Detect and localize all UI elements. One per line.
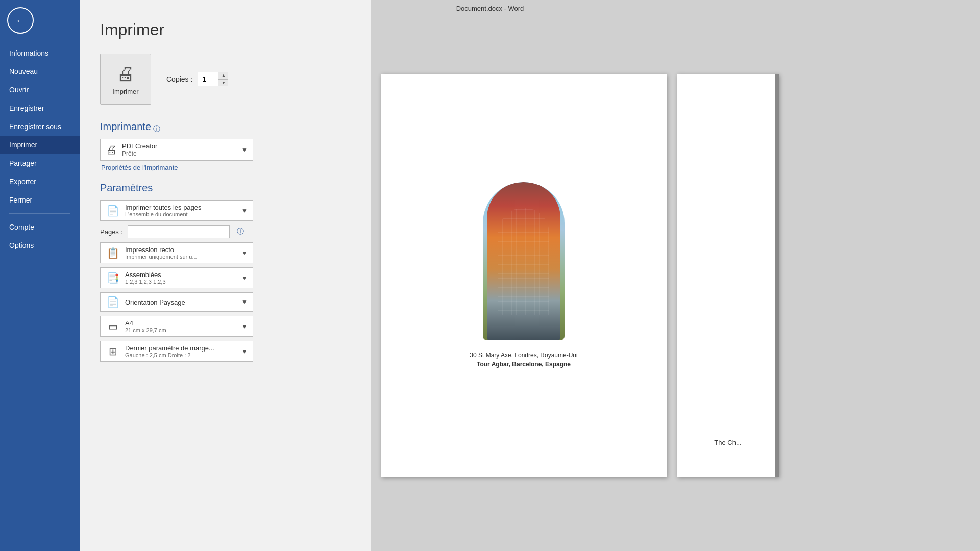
sidebar-item-partager[interactable]: Partager [0,154,80,172]
sidebar-item-ouvrir[interactable]: Ouvrir [0,81,80,99]
caption-line-1: 30 St Mary Axe, Londres, Royaume-Uni [470,350,577,360]
pages-label: Pages : [100,228,122,236]
sidebar-nav: InformationsNouveauOuvrirEnregistrerEnre… [0,44,80,551]
orientation-text: Orientation Paysage [125,298,236,306]
sidebar-item-enregistrer-sous[interactable]: Enregistrer sous [0,117,80,136]
printer-dropdown-text: PDFCreator Prête [122,142,236,157]
sidebar-item-exporter[interactable]: Exporter [0,172,80,191]
param-impression-recto[interactable]: 📋 Impression recto Imprimer uniquement s… [100,242,253,263]
copies-input-wrapper: ▲ ▼ [198,72,228,86]
sidebar-item-enregistrer[interactable]: Enregistrer [0,99,80,117]
copies-increment[interactable]: ▲ [218,72,228,80]
print-range-text: Imprimer toutes les pages L'ensemble du … [125,204,236,217]
impression-recto-text: Impression recto Imprimer uniquement sur… [125,246,236,260]
assemblees-text: Assemblées 1,2,3 1,2,3 1,2,3 [125,271,236,285]
format-icon: ▭ [106,320,120,333]
orientation-icon: 📄 [106,296,120,308]
page-caption-1: 30 St Mary Axe, Londres, Royaume-Uni Tou… [470,350,577,369]
assemblees-icon: 📑 [106,272,120,284]
marge-text: Dernier paramètre de marge... Gauche : 2… [125,344,236,358]
param-assemblees[interactable]: 📑 Assemblées 1,2,3 1,2,3 1,2,3 ▼ [100,267,253,288]
sidebar-divider [9,213,70,214]
copies-decrement[interactable]: ▼ [218,80,228,87]
imprimante-title: Imprimante [100,121,151,133]
impression-recto-arrow: ▼ [241,249,248,257]
page-caption-2: The Ch... [714,439,741,446]
printer-name: PDFCreator [122,142,236,150]
page-title: Imprimer [100,20,355,39]
param-format[interactable]: ▭ A4 21 cm x 29,7 cm ▼ [100,316,253,337]
assemblees-sub: 1,2,3 1,2,3 1,2,3 [125,279,236,285]
sidebar-item-informations[interactable]: Informations [0,44,80,62]
preview-page-1: 30 St Mary Axe, Londres, Royaume-Uni Tou… [381,74,667,477]
main-content: Imprimer 🖨 Imprimer Copies : ▲ ▼ Imprima… [80,0,371,551]
pages-section: Pages : ⓘ [100,225,355,238]
print-button-section: 🖨 Imprimer Copies : ▲ ▼ [100,54,355,105]
assemblees-label: Assemblées [125,271,236,279]
print-button[interactable]: 🖨 Imprimer [100,54,151,105]
marge-arrow: ▼ [241,348,248,355]
preview-area: 30 St Mary Axe, Londres, Royaume-Uni Tou… [371,0,980,551]
sidebar-item-compte[interactable]: Compte [0,218,80,236]
sidebar-item-imprimer[interactable]: Imprimer [0,136,80,154]
orientation-arrow: ▼ [241,298,248,306]
assemblees-arrow: ▼ [241,274,248,282]
preview-page-2: The Ch... [677,74,779,477]
printer-properties-link[interactable]: Propriétés de l'imprimante [101,164,178,171]
format-text: A4 21 cm x 29,7 cm [125,319,236,333]
format-label: A4 [125,319,236,327]
pages-input[interactable] [128,225,230,238]
sidebar-item-nouveau[interactable]: Nouveau [0,62,80,81]
printer-dropdown[interactable]: 🖨 PDFCreator Prête ▼ [100,139,253,161]
format-sub: 21 cm x 29,7 cm [125,327,236,333]
impression-recto-label: Impression recto [125,246,236,254]
print-range-label: Imprimer toutes les pages [125,204,236,211]
orientation-label: Orientation Paysage [125,298,236,306]
param-orientation[interactable]: 📄 Orientation Paysage ▼ [100,292,253,312]
param-print-range[interactable]: 📄 Imprimer toutes les pages L'ensemble d… [100,200,253,221]
marge-label: Dernier paramètre de marge... [125,344,236,352]
copies-spinners: ▲ ▼ [218,72,228,86]
imprimante-section: Imprimante ⓘ 🖨 PDFCreator Prête ▼ Propri… [100,119,355,172]
copies-label: Copies : [166,75,192,83]
impression-recto-icon: 📋 [106,247,120,259]
param-marge[interactable]: ⊞ Dernier paramètre de marge... Gauche :… [100,341,253,362]
sidebar: ← InformationsNouveauOuvrirEnregistrerEn… [0,0,80,551]
printer-dropdown-icon: 🖨 [106,143,117,157]
printer-icon: 🖨 [116,63,135,85]
pages-info-icon[interactable]: ⓘ [237,227,244,236]
printer-status: Prête [122,150,236,157]
print-button-label: Imprimer [112,88,138,95]
back-icon: ← [15,15,26,27]
page-content-1: 30 St Mary Axe, Londres, Royaume-Uni Tou… [449,162,598,389]
print-range-arrow: ▼ [241,207,248,214]
print-range-icon: 📄 [106,205,120,217]
print-range-sub: L'ensemble du document [125,211,236,217]
marge-icon: ⊞ [106,345,120,358]
printer-dropdown-arrow: ▼ [241,146,248,154]
imprimante-info-icon[interactable]: ⓘ [153,124,160,134]
parametres-title: Paramètres [100,182,355,194]
marge-sub: Gauche : 2,5 cm Droite : 2 [125,352,236,358]
copies-section: Copies : ▲ ▼ [166,72,228,86]
sidebar-item-fermer[interactable]: Fermer [0,191,80,209]
caption-line-2: Tour Agbar, Barcelone, Espagne [470,360,577,369]
sidebar-item-options[interactable]: Options [0,236,80,255]
parametres-section: Paramètres 📄 Imprimer toutes les pages L… [100,182,355,362]
format-arrow: ▼ [241,323,248,330]
back-button[interactable]: ← [7,7,34,34]
impression-recto-sub: Imprimer uniquement sur u... [125,254,236,260]
